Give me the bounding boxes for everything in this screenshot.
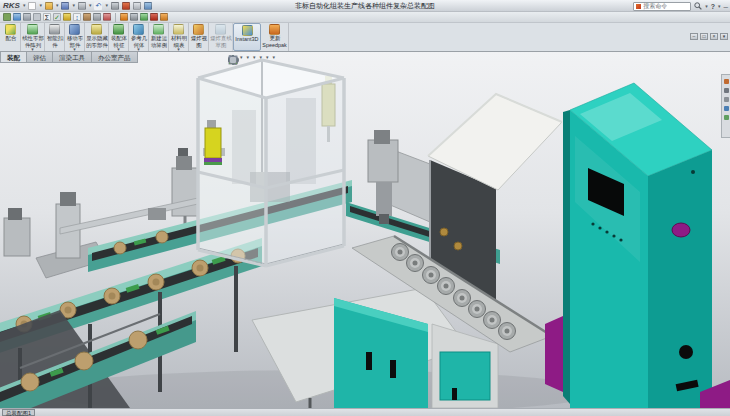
tab-evaluate[interactable]: 评估 <box>26 52 52 63</box>
display-states-icon[interactable] <box>33 13 41 21</box>
solidworks-window: RKS ▾ ▾ ▾ ▾ ▾ ↶▾ 非标自动化组装生产线各种组件复杂总装配图 搜索… <box>0 0 730 416</box>
new-document-icon[interactable] <box>28 2 36 10</box>
heads-up-view-toolbar: ▾ ▾ ▾ ▾ ▾ ▾ <box>228 55 275 60</box>
appearances-icon[interactable] <box>724 115 729 120</box>
options-icon[interactable] <box>122 2 130 10</box>
spell-check-icon[interactable]: ✓ <box>53 13 61 21</box>
exploded-view-icon <box>193 24 204 35</box>
measure-icon[interactable] <box>83 13 91 21</box>
command-manager-tabs: 装配 评估 渲染工具 办公室产品 <box>0 52 138 63</box>
show-hidden-components-icon <box>91 24 102 35</box>
document-title: 非标自动化组装生产线各种组件复杂总装配图 <box>295 1 435 11</box>
window-minimize-icon[interactable]: – <box>690 33 698 40</box>
design-binder-icon[interactable] <box>23 13 31 21</box>
save-icon[interactable] <box>61 2 69 10</box>
help-caret-icon[interactable]: ▾ <box>718 4 721 9</box>
chevron-down-icon[interactable]: ▾ <box>56 3 59 8</box>
search-input[interactable]: 搜索命令 <box>633 2 691 11</box>
titlebar-right-controls: 搜索命令 ▾ ? ▾ – <box>633 0 728 12</box>
edit-appearance-icon[interactable]: ▾ <box>260 55 263 60</box>
tab-assembly[interactable]: 装配 <box>0 52 26 63</box>
photoview-icon[interactable] <box>160 13 168 21</box>
file-explorer-icon[interactable] <box>724 97 729 102</box>
window-menu-caret-icon[interactable]: ▾ <box>720 33 728 40</box>
view-orientation-icon[interactable]: ▾ <box>240 55 243 60</box>
menu-caret-icon[interactable]: ▾ <box>23 3 26 8</box>
task-pane[interactable] <box>721 74 730 138</box>
assembly-features-icon <box>113 24 124 35</box>
chevron-down-icon[interactable]: ▾ <box>89 3 92 8</box>
window-close-icon[interactable]: × <box>710 33 718 40</box>
tab-office-products[interactable]: 办公室产品 <box>91 52 138 63</box>
explode-line-sketch-icon <box>215 24 226 35</box>
window-restore-icon[interactable]: □ <box>700 33 708 40</box>
document-tab[interactable]: 总装配图1 <box>2 409 35 416</box>
search-placeholder: 搜索命令 <box>643 2 667 11</box>
solidworks-logo[interactable]: RKS <box>3 1 20 10</box>
equations-icon[interactable]: Σ <box>43 13 51 21</box>
rebuild-icon[interactable] <box>111 2 119 10</box>
toolbar-separator <box>115 13 116 22</box>
status-bar: 总装配图1 <box>0 408 730 416</box>
chevron-down-icon: ▾ <box>266 55 269 60</box>
search-magnifier-icon[interactable] <box>694 2 702 10</box>
ribbon-button-instant3d[interactable]: Instant3D <box>233 23 261 51</box>
3d-model-view[interactable] <box>0 52 730 408</box>
ribbon-button-mate[interactable]: 配合 <box>1 23 21 51</box>
command-manager: 配合 线性零部 件阵列 ▾ 智能扣 件 移动零 部件 ▾ 显示隐藏 的零部件 装… <box>0 23 730 52</box>
chevron-down-icon: ▾ <box>273 55 276 60</box>
design-library-icon[interactable] <box>724 88 729 93</box>
chevron-down-icon: ▾ <box>260 55 263 60</box>
instant3d-icon <box>242 25 253 36</box>
move-component-icon <box>69 24 80 35</box>
ribbon-button-update-speedpak[interactable]: 更新 Speedpak <box>261 23 289 51</box>
ribbon-button-linear-pattern[interactable]: 线性零部 件阵列 ▾ <box>21 23 45 51</box>
standard-toolbar: Σ ✓ ↕ <box>0 12 730 23</box>
chevron-down-icon[interactable]: ▾ <box>105 3 108 8</box>
mass-properties-icon[interactable] <box>93 13 101 21</box>
minimize-button[interactable]: – <box>724 2 728 11</box>
camera-icon[interactable] <box>130 13 138 21</box>
graphics-area[interactable]: ▾ ▾ ▾ ▾ ▾ ▾ <box>0 52 730 408</box>
arrows-icon[interactable]: ↕ <box>73 13 81 21</box>
reference-geometry-icon <box>133 24 144 35</box>
tab-render-tools[interactable]: 渲染工具 <box>52 52 91 63</box>
bill-of-materials-icon <box>173 24 184 35</box>
ribbon-button-exploded-view[interactable]: 爆炸视 图 <box>189 23 209 51</box>
window-icon[interactable] <box>133 2 141 10</box>
open-icon[interactable] <box>45 2 53 10</box>
update-speedpak-icon <box>269 24 280 35</box>
ribbon-button-move-component[interactable]: 移动零 部件 ▾ <box>65 23 85 51</box>
ribbon-button-smart-fasteners[interactable]: 智能扣 件 <box>45 23 65 51</box>
ribbon-button-show-hidden-components[interactable]: 显示隐藏 的零部件 <box>85 23 109 51</box>
chevron-down-icon: ▾ <box>247 55 250 60</box>
appearance-red-icon[interactable] <box>150 13 158 21</box>
apply-scene-icon[interactable]: ▾ <box>266 55 269 60</box>
chevron-down-icon[interactable]: ▾ <box>72 3 75 8</box>
hide-show-items-icon[interactable]: ▾ <box>253 55 256 60</box>
ribbon-button-bill-of-materials[interactable]: 材料明 细表 ▾ <box>169 23 189 51</box>
help-button[interactable]: ? <box>711 3 715 10</box>
no-render-icon[interactable] <box>140 13 148 21</box>
chevron-down-icon: ▾ <box>253 55 256 60</box>
print-icon[interactable] <box>78 2 86 10</box>
warning-icon[interactable] <box>63 13 71 21</box>
display-style-icon[interactable]: ▾ <box>247 55 250 60</box>
ribbon-button-explode-line-sketch[interactable]: 爆炸直线 草图 <box>209 23 233 51</box>
search-caret-icon[interactable]: ▾ <box>705 4 708 9</box>
interference-icon[interactable] <box>103 13 111 21</box>
photo-icon[interactable] <box>144 2 152 10</box>
motion-manager-icon[interactable] <box>120 13 128 21</box>
ribbon-button-new-motion-study[interactable]: 新建运 动算例 <box>149 23 169 51</box>
solidworks-cube-icon <box>636 4 641 9</box>
web-icon[interactable] <box>13 13 21 21</box>
view-settings-icon[interactable]: ▾ <box>273 55 276 60</box>
view-palette-icon[interactable] <box>724 106 729 111</box>
undo-icon[interactable]: ↶ <box>94 2 102 10</box>
select-icon[interactable] <box>3 13 11 21</box>
solidworks-resources-icon[interactable] <box>724 79 729 84</box>
chevron-down-icon[interactable]: ▾ <box>39 3 42 8</box>
document-window-controls: – □ × ▾ <box>690 33 728 40</box>
ribbon-button-reference-geometry[interactable]: 参考几 何体 ▾ <box>129 23 149 51</box>
ribbon-button-assembly-features[interactable]: 装配体 特征 ▾ <box>109 23 129 51</box>
